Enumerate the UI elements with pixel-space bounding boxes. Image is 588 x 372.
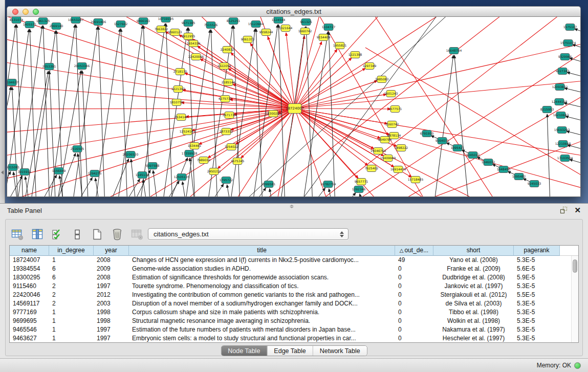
show-columns-icon[interactable] <box>31 228 44 241</box>
select-all-icon[interactable] <box>51 228 64 241</box>
graph-node[interactable]: 2516505 <box>71 146 84 152</box>
graph-node[interactable]: 20206520 <box>123 151 139 158</box>
close-window-icon[interactable] <box>12 9 18 15</box>
graph-edge[interactable] <box>331 193 356 197</box>
graph-node[interactable]: 9227343 <box>556 68 570 75</box>
table-source-select[interactable]: citations_edges.txt <box>148 228 349 240</box>
graph-node[interactable]: 1297349 <box>363 63 377 70</box>
graph-node[interactable]: 20053346 <box>74 63 90 70</box>
graph-node[interactable]: 1104727 <box>322 24 336 31</box>
graph-node[interactable]: 9154409 <box>317 34 331 41</box>
minimize-window-icon[interactable] <box>23 9 29 15</box>
graph-node[interactable]: 9194637 <box>7 79 19 86</box>
graph-node[interactable]: 1601243 <box>384 91 398 97</box>
memory-ok-icon[interactable] <box>574 362 581 369</box>
network-window[interactable]: citations_edges.txt 81310741405571196132… <box>7 6 581 197</box>
table-mode-icon[interactable] <box>11 228 24 241</box>
table-row[interactable]: 911546021997Tourette syndrome. Phenomeno… <box>10 282 578 291</box>
scrollbar-thumb[interactable] <box>573 259 577 273</box>
graph-edge[interactable] <box>143 180 149 197</box>
graph-node[interactable]: 8215953 <box>540 106 554 113</box>
graph-node[interactable]: 9657771 <box>355 179 368 185</box>
graph-node[interactable]: 1145134 <box>136 172 149 179</box>
graph-edge[interactable] <box>7 171 11 197</box>
graph-edge[interactable] <box>295 108 368 165</box>
graph-node[interactable]: 2185144 <box>222 79 235 86</box>
graph-edge[interactable] <box>295 108 358 178</box>
graph-node[interactable]: 17103504 <box>557 155 573 162</box>
splitpane-left-strip[interactable] <box>0 0 5 203</box>
graph-edge[interactable] <box>567 72 580 78</box>
splitpane-handle-icon[interactable] <box>290 205 294 208</box>
graph-edge[interactable] <box>300 188 325 197</box>
graph-node[interactable]: 1961325 <box>36 18 50 25</box>
graph-edge[interactable] <box>574 29 580 34</box>
graph-edge[interactable] <box>82 71 89 197</box>
graph-node[interactable]: 12505135 <box>174 174 190 181</box>
graph-edge[interactable] <box>67 178 92 197</box>
tab-edge-table[interactable]: Edge Table <box>267 346 313 356</box>
graph-node[interactable]: 1577571 <box>388 106 402 113</box>
graph-node[interactable]: 1873312 <box>220 128 233 135</box>
graph-node[interactable]: 20691406 <box>91 19 106 26</box>
graph-node[interactable]: 1498222 <box>395 145 408 151</box>
column-header-title[interactable]: title <box>129 246 395 256</box>
zoom-window-icon[interactable] <box>33 9 39 15</box>
graph-node[interactable]: 1795722 <box>220 177 233 184</box>
table-row[interactable]: 969969511998Structural magnetic resonanc… <box>10 317 578 325</box>
table-row[interactable]: 1872400712008Changes of HCN gene express… <box>10 256 578 265</box>
collapse-arrow-icon[interactable] <box>1 170 4 174</box>
graph-node[interactable]: 1099581 <box>262 181 276 188</box>
column-header-in_degree[interactable]: in_degree <box>49 246 94 256</box>
graph-edge[interactable] <box>295 36 304 108</box>
graph-edge[interactable] <box>138 24 165 197</box>
graph-node[interactable]: 1321644 <box>279 25 293 32</box>
network-window-titlebar[interactable]: citations_edges.txt <box>7 6 581 17</box>
graph-node[interactable]: 9671385 <box>182 20 195 27</box>
graph-node[interactable]: 9560123 <box>168 29 182 36</box>
delete-column-icon[interactable] <box>111 228 124 241</box>
graph-edge[interactable] <box>565 116 580 122</box>
graph-node[interactable]: 2240832 <box>221 47 234 53</box>
graph-edge[interactable] <box>396 140 580 197</box>
graph-node[interactable]: 1294275 <box>88 170 102 177</box>
graph-edge[interactable] <box>360 194 366 197</box>
graph-node[interactable]: 18724007 <box>286 104 304 114</box>
graph-node[interactable]: 9558244 <box>259 29 273 36</box>
float-panel-icon[interactable] <box>560 206 568 214</box>
graph-node[interactable]: 1160742 <box>385 121 399 128</box>
graph-node[interactable]: 15718485 <box>408 177 424 183</box>
graph-node[interactable]: 1634461 <box>188 143 202 149</box>
graph-edge[interactable] <box>237 17 519 197</box>
graph-edge[interactable] <box>232 84 295 108</box>
graph-node[interactable]: 12444158 <box>552 99 568 105</box>
graph-node[interactable]: 1654339 <box>187 40 201 47</box>
graph-edge[interactable] <box>54 71 81 197</box>
graph-edge[interactable] <box>567 131 580 137</box>
graph-node[interactable]: 1292346 <box>352 186 366 193</box>
graph-edge[interactable] <box>432 55 453 197</box>
graph-edge[interactable] <box>7 25 16 197</box>
graph-node[interactable]: 12524145 <box>180 128 195 135</box>
graph-node[interactable]: 17359928 <box>182 150 198 157</box>
table-row[interactable]: 977716911998Corpus callosum shape and si… <box>10 308 578 317</box>
graph-edge[interactable] <box>365 17 509 197</box>
graph-node[interactable]: 7534147 <box>175 114 188 121</box>
graph-node[interactable]: 2718170 <box>173 69 187 75</box>
graph-edge[interactable] <box>295 41 322 108</box>
graph-node[interactable]: 22420046 <box>188 54 204 60</box>
column-header-name[interactable]: name <box>10 246 49 256</box>
graph-node[interactable]: 9061373 <box>241 36 255 43</box>
graph-edge[interactable] <box>570 160 580 165</box>
graph-edge[interactable] <box>49 71 56 197</box>
graph-edge[interactable] <box>131 159 138 197</box>
graph-node[interactable]: 16914479 <box>390 166 406 173</box>
graph-edge[interactable] <box>7 108 295 135</box>
graph-edge[interactable] <box>295 17 468 108</box>
table-row[interactable]: 1456911722003Disruption of a novel membe… <box>10 299 578 308</box>
graph-node[interactable]: 10719195 <box>158 17 174 23</box>
graph-edge[interactable] <box>564 103 580 109</box>
graph-node[interactable]: 1675345 <box>231 158 245 165</box>
graph-edge[interactable] <box>102 159 129 197</box>
graph-node[interactable]: 15751074 <box>560 40 576 47</box>
